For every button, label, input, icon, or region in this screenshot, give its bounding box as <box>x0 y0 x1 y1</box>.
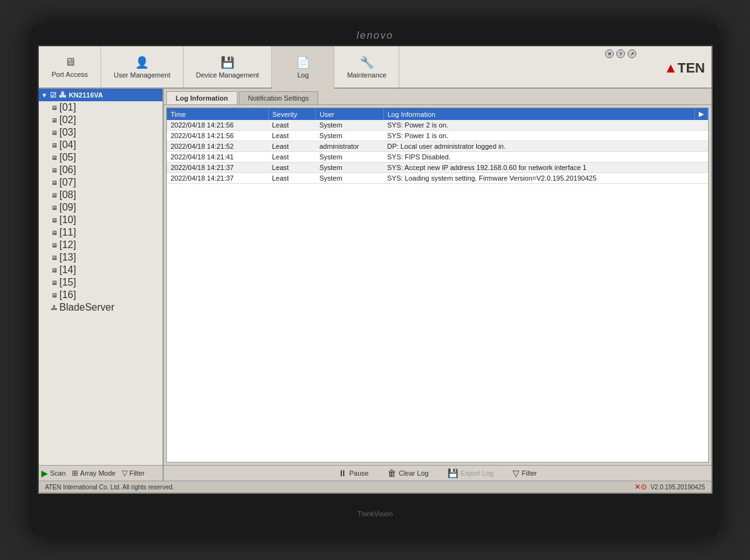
tab-user-management[interactable]: 👤 User Management <box>101 46 184 88</box>
sidebar-toolbar: ▶ Scan ⊞ Array Mode ▽ Filter <box>39 465 162 481</box>
tab-port-access-label: Port Access <box>51 71 88 78</box>
help-btn[interactable]: ? <box>616 49 625 58</box>
expand-icon: ▼ <box>41 92 48 99</box>
tab-device-management[interactable]: 💾 Device Management <box>184 46 272 88</box>
device-icon-13: 🖥 <box>51 254 58 261</box>
monitor-stand <box>350 496 400 509</box>
sidebar-item-16[interactable]: 🖥 [16] <box>39 289 162 301</box>
tab-log-information[interactable]: Log Information <box>166 91 238 104</box>
sidebar-label-05: [05] <box>59 152 76 163</box>
sidebar-item-15[interactable]: 🖥 [15] <box>39 276 162 289</box>
log-toolbar: ⏸ Pause 🗑 Clear Log 💾 Export Log ▽ <box>164 465 711 481</box>
log-icon: 📄 <box>296 56 310 69</box>
table-row: 2022/04/18 14:21:56 Least System SYS: Po… <box>167 120 708 131</box>
device-icon-08: 🖥 <box>51 192 58 199</box>
sidebar-filter-label: Filter <box>129 469 144 477</box>
sidebar-label-03: [03] <box>59 127 76 138</box>
export-log-label: Export Log <box>461 469 494 477</box>
sidebar-label-12: [12] <box>59 239 76 251</box>
tab-log[interactable]: 📄 Log <box>272 46 334 89</box>
export-log-button[interactable]: 💾 Export Log <box>448 468 494 478</box>
sidebar-label-06: [06] <box>59 164 76 176</box>
status-right: ✕⊙ V2.0.195.20190425 <box>634 482 705 491</box>
cell-info: DP: Local user administrator logged in. <box>383 141 694 152</box>
cell-time: 2022/04/18 14:21:37 <box>167 173 268 184</box>
scan-icon: ▶ <box>41 468 48 478</box>
main-content: ▼ ☑ 🖧 KN2116VA 🖥 [01] 🖥 <box>39 89 711 481</box>
cell-severity: Least <box>268 152 316 162</box>
sidebar-item-11[interactable]: 🖥 [11] <box>39 226 162 239</box>
sidebar-item-01[interactable]: 🖥 [01] <box>39 101 162 114</box>
sidebar-item-14[interactable]: 🖥 [14] <box>39 264 162 276</box>
sidebar-item-05[interactable]: 🖥 [05] <box>39 151 162 164</box>
device-icon-15: 🖥 <box>51 279 58 286</box>
monitor: lenovo ✕ ? ↗ 🖥 Port Access 👤 User Manage… <box>31 24 719 536</box>
sidebar-label-blade: BladeServer <box>59 302 114 313</box>
copyright-text: ATEN International Co. Ltd. All rights r… <box>45 484 174 491</box>
cell-info: SYS: FIPS Disabled. <box>383 152 694 162</box>
tab-port-access[interactable]: 🖥 Port Access <box>39 46 101 88</box>
col-user: User <box>316 108 384 120</box>
clear-log-button[interactable]: 🗑 Clear Log <box>388 468 429 478</box>
tab-notification-settings[interactable]: Notification Settings <box>239 91 318 104</box>
sidebar-item-13[interactable]: 🖥 [13] <box>39 251 162 264</box>
log-table: Time Severity User Log Information ▶ 202… <box>167 108 708 184</box>
cell-info: SYS: Loading system setting. Firmware Ve… <box>383 173 694 184</box>
cell-time: 2022/04/18 14:21:41 <box>167 152 268 162</box>
sidebar-item-02[interactable]: 🖥 [02] <box>39 114 162 126</box>
pause-icon: ⏸ <box>338 468 347 478</box>
sidebar-root[interactable]: ▼ ☑ 🖧 KN2116VA <box>39 89 162 101</box>
user-management-icon: 👤 <box>135 56 149 69</box>
sidebar-item-04[interactable]: 🖥 [04] <box>39 139 162 151</box>
checkbox-icon: ☑ <box>50 91 56 99</box>
device-icon-09: 🖥 <box>51 204 58 211</box>
right-panel: Log Information Notification Settings Ti… <box>164 89 711 481</box>
device-icon-01: 🖥 <box>51 104 58 111</box>
device-icon-07: 🖥 <box>51 179 58 186</box>
sidebar-item-10[interactable]: 🖥 [10] <box>39 214 162 226</box>
monitor-screen: ✕ ? ↗ 🖥 Port Access 👤 User Management 💾 … <box>38 45 712 494</box>
port-access-icon: 🖥 <box>64 56 76 69</box>
sidebar-item-07[interactable]: 🖥 [07] <box>39 176 162 189</box>
device-management-icon: 💾 <box>221 56 234 69</box>
cell-user: administrator <box>316 141 384 152</box>
sidebar-filter-button[interactable]: ▽ Filter <box>122 469 144 478</box>
cell-time: 2022/04/18 14:21:56 <box>167 120 268 131</box>
col-info: Log Information <box>383 108 694 120</box>
sidebar-item-03[interactable]: 🖥 [03] <box>39 126 162 139</box>
cell-user: System <box>316 120 384 131</box>
device-icon-16: 🖥 <box>51 292 58 299</box>
log-filter-button[interactable]: ▽ Filter <box>512 468 537 478</box>
device-icon-14: 🖥 <box>51 267 58 274</box>
table-row: 2022/04/18 14:21:37 Least System SYS: Lo… <box>167 173 708 184</box>
sidebar-item-bladeserver[interactable]: 🖧 BladeServer <box>39 301 162 314</box>
cell-user: System <box>316 162 384 173</box>
sidebar-container: ▼ ☑ 🖧 KN2116VA 🖥 [01] 🖥 <box>39 89 164 481</box>
tab-maintenance[interactable]: 🔧 Maintenance <box>334 46 399 88</box>
array-mode-button[interactable]: ⊞ Array Mode <box>72 469 116 478</box>
sidebar-label-16: [16] <box>59 289 76 301</box>
clear-log-label: Clear Log <box>399 469 429 477</box>
table-row: 2022/04/18 14:21:41 Least System SYS: FI… <box>167 152 708 162</box>
scroll-arrow-th: ▶ <box>695 108 708 120</box>
tab-user-management-label: User Management <box>114 71 171 79</box>
array-mode-label: Array Mode <box>80 469 116 477</box>
sidebar-item-08[interactable]: 🖥 [08] <box>39 189 162 201</box>
cell-user: System <box>316 131 384 141</box>
cell-severity: Least <box>268 120 316 131</box>
sidebar-item-12[interactable]: 🖥 [12] <box>39 239 162 251</box>
device-icon-03: 🖥 <box>51 129 58 136</box>
cell-severity: Least <box>268 141 316 152</box>
log-table-body: 2022/04/18 14:21:56 Least System SYS: Po… <box>167 120 708 184</box>
sidebar-label-04: [04] <box>59 139 76 151</box>
cell-info: SYS: Power 2 is on. <box>383 120 694 131</box>
scan-button[interactable]: ▶ Scan <box>41 468 66 478</box>
pause-button[interactable]: ⏸ Pause <box>338 468 369 478</box>
close-btn[interactable]: ✕ <box>605 49 614 58</box>
sidebar-item-06[interactable]: 🖥 [06] <box>39 164 162 176</box>
server-icon: 🖧 <box>59 91 66 99</box>
sidebar-label-07: [07] <box>59 177 76 188</box>
maximize-btn[interactable]: ↗ <box>628 49 636 58</box>
log-filter-icon: ▽ <box>512 468 519 478</box>
sidebar-item-09[interactable]: 🖥 [09] <box>39 201 162 214</box>
